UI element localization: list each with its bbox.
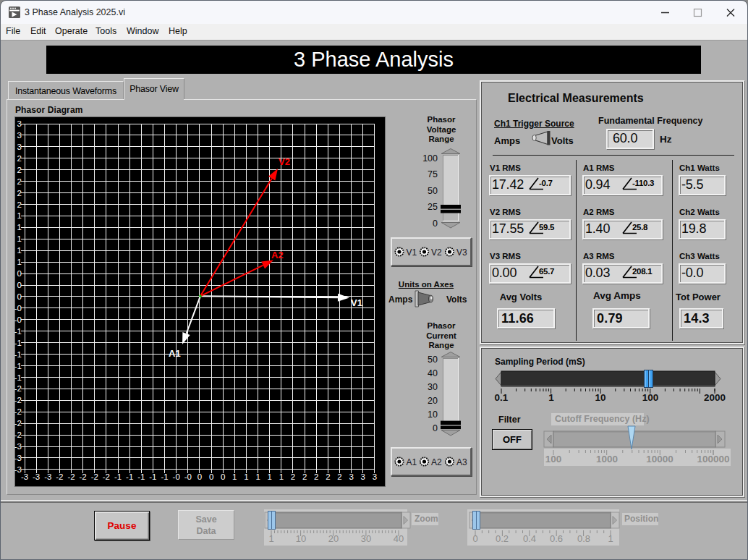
svg-text:-3: -3 bbox=[21, 472, 28, 481]
svg-text:2: 2 bbox=[17, 154, 22, 163]
svg-text:-2: -2 bbox=[103, 472, 110, 481]
svg-text:0: 0 bbox=[221, 472, 225, 481]
svg-text:-0: -0 bbox=[184, 472, 192, 481]
svg-text:2: 2 bbox=[17, 200, 22, 209]
svg-text:1: 1 bbox=[17, 234, 22, 243]
svg-text:3: 3 bbox=[349, 472, 353, 481]
svg-text:-0.7: -0.7 bbox=[539, 179, 553, 187]
svg-text:-110.3: -110.3 bbox=[632, 179, 654, 187]
svg-text:-2: -2 bbox=[79, 472, 86, 481]
svg-text:-1: -1 bbox=[14, 339, 22, 347]
svg-text:-3: -3 bbox=[14, 442, 22, 451]
svg-text:2: 2 bbox=[17, 166, 22, 174]
svg-text:-2: -2 bbox=[14, 430, 22, 439]
svg-text:-2: -2 bbox=[56, 472, 63, 481]
svg-text:V3: V3 bbox=[456, 247, 467, 258]
svg-text:1: 1 bbox=[232, 472, 237, 481]
svg-text:-2: -2 bbox=[14, 419, 22, 428]
svg-text:59.5: 59.5 bbox=[539, 223, 555, 232]
svg-text:-2: -2 bbox=[67, 472, 75, 481]
svg-text:A1: A1 bbox=[169, 348, 181, 359]
svg-text:1: 1 bbox=[17, 246, 22, 255]
svg-text:1: 1 bbox=[255, 472, 260, 481]
svg-text:0: 0 bbox=[17, 281, 22, 289]
svg-text:3: 3 bbox=[17, 143, 22, 151]
svg-text:0: 0 bbox=[17, 292, 22, 301]
svg-text:208.1: 208.1 bbox=[632, 267, 653, 276]
svg-text:0: 0 bbox=[17, 269, 22, 278]
svg-text:A2: A2 bbox=[431, 457, 442, 467]
svg-text:1: 1 bbox=[17, 258, 22, 266]
svg-text:1: 1 bbox=[17, 211, 22, 220]
svg-text:A2: A2 bbox=[271, 250, 284, 260]
svg-text:1: 1 bbox=[244, 472, 248, 481]
svg-text:-3: -3 bbox=[33, 472, 40, 481]
svg-text:2: 2 bbox=[291, 472, 295, 481]
svg-text:-1: -1 bbox=[14, 327, 22, 336]
svg-text:2: 2 bbox=[337, 472, 341, 481]
svg-text:-1: -1 bbox=[14, 350, 22, 359]
svg-text:1: 1 bbox=[17, 223, 22, 232]
svg-text:3: 3 bbox=[17, 131, 22, 140]
svg-text:0: 0 bbox=[209, 472, 213, 481]
svg-text:2: 2 bbox=[302, 472, 307, 481]
svg-text:-2: -2 bbox=[14, 396, 22, 404]
svg-text:-1: -1 bbox=[126, 472, 133, 481]
svg-text:2: 2 bbox=[314, 472, 318, 481]
svg-text:-0: -0 bbox=[14, 315, 22, 324]
svg-text:-1: -1 bbox=[14, 362, 22, 370]
svg-text:-1: -1 bbox=[149, 472, 156, 481]
svg-text:2: 2 bbox=[326, 472, 330, 481]
svg-text:-1: -1 bbox=[114, 472, 122, 481]
svg-text:-2: -2 bbox=[91, 472, 98, 481]
svg-text:65.7: 65.7 bbox=[539, 267, 554, 276]
svg-text:V1: V1 bbox=[407, 247, 417, 258]
svg-text:25.8: 25.8 bbox=[632, 223, 648, 232]
svg-text:1: 1 bbox=[267, 472, 271, 481]
svg-text:-2: -2 bbox=[14, 407, 22, 416]
svg-text:3: 3 bbox=[17, 119, 22, 128]
svg-text:-3: -3 bbox=[14, 454, 22, 462]
svg-text:V1: V1 bbox=[351, 297, 362, 308]
svg-text:2: 2 bbox=[17, 177, 22, 186]
svg-text:-0: -0 bbox=[14, 304, 22, 313]
svg-text:-3: -3 bbox=[14, 465, 22, 474]
svg-text:-1: -1 bbox=[137, 472, 145, 481]
svg-text:V2: V2 bbox=[431, 247, 442, 258]
svg-text:3: 3 bbox=[361, 472, 365, 481]
svg-text:A3: A3 bbox=[456, 457, 467, 467]
svg-text:3: 3 bbox=[373, 472, 377, 481]
svg-text:V2: V2 bbox=[279, 156, 290, 167]
svg-text:2: 2 bbox=[17, 189, 22, 198]
svg-text:-3: -3 bbox=[44, 472, 51, 481]
svg-text:-0: -0 bbox=[173, 472, 180, 481]
svg-text:0: 0 bbox=[197, 472, 202, 481]
svg-text:-2: -2 bbox=[14, 384, 22, 393]
svg-text:A1: A1 bbox=[407, 457, 417, 467]
svg-text:1: 1 bbox=[279, 472, 284, 481]
svg-text:-1: -1 bbox=[14, 373, 22, 382]
svg-text:-1: -1 bbox=[161, 472, 168, 481]
